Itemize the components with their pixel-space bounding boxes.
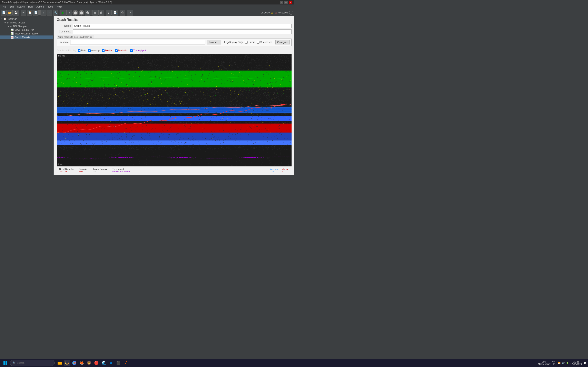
average-stat-value: 125	[270, 170, 278, 173]
median-label: Median	[105, 49, 113, 52]
sidebar-item-viewtable[interactable]: 📊 View Results in Table	[0, 32, 53, 35]
average-checkbox[interactable]	[88, 49, 91, 52]
clear-button[interactable]: 🗑	[92, 10, 98, 16]
title-bar: Thread Group.jmx (C:\apache-jmeter-5.6.3…	[0, 0, 294, 4]
clearall-button[interactable]: 🗑	[98, 10, 104, 16]
successes-checkbox[interactable]	[257, 41, 259, 44]
errors-group: Errors	[245, 41, 255, 44]
successes-label: Successes	[260, 41, 272, 44]
viewtable-label: View Results in Table	[15, 32, 38, 35]
errors-checkbox[interactable]	[245, 41, 248, 44]
expand-arrow-threadgroup: ▼	[4, 22, 6, 24]
menu-edit[interactable]: Edit	[8, 5, 16, 8]
throughput-label: Throughput	[133, 49, 146, 52]
menu-bar: File Edit Search Run Options Tools Help	[0, 4, 294, 9]
warning-count: 99	[275, 11, 277, 14]
paste-button[interactable]: 📄	[33, 10, 39, 16]
menu-tools[interactable]: Tools	[46, 5, 55, 8]
help-button[interactable]: ?	[127, 10, 133, 16]
browse-button[interactable]: Browse...	[207, 40, 221, 44]
expand-arrow-tcpsampler: ▼	[7, 25, 9, 27]
median-checkbox[interactable]	[102, 49, 104, 52]
throughput-checkbox[interactable]	[130, 49, 133, 52]
toolbar-separator-2	[39, 10, 40, 15]
y-label-max: 249 ms	[58, 54, 65, 57]
plugin-button[interactable]: 🔌	[120, 10, 125, 16]
menu-file[interactable]: File	[1, 5, 8, 8]
toolbar-separator-6	[119, 10, 119, 15]
stopnow-button[interactable]: ⬤	[79, 10, 84, 16]
expand-button[interactable]: +	[40, 10, 46, 16]
viewtree-label: View Results Tree	[15, 29, 34, 31]
deviation-check-group: Deviation	[115, 49, 129, 52]
data-label: Data	[81, 49, 86, 52]
average-stat: Average 125	[270, 168, 278, 173]
main-layout: ▼ 📋 Test Plan ▼ ⚙ Thread Group ▼ ✏ TCP S…	[0, 16, 294, 175]
name-input[interactable]	[73, 24, 292, 28]
template-button[interactable]: 📑	[112, 10, 118, 16]
graph-visualization	[57, 54, 292, 166]
throughput-stat: Throughput 53,622.13/minute	[112, 168, 130, 173]
median-stat-value: 4	[282, 170, 289, 173]
menu-run[interactable]: Run	[26, 5, 34, 8]
tcpsampler-icon: ✏	[10, 25, 12, 28]
deviation-label: Deviation	[118, 49, 129, 52]
testplan-icon: 📋	[3, 17, 6, 20]
new-button[interactable]: 📄	[1, 10, 7, 16]
deviation-checkbox[interactable]	[115, 49, 118, 52]
deviation-label: Deviation	[79, 168, 88, 170]
open-button[interactable]: 📂	[7, 10, 13, 16]
viewtable-icon: 📊	[11, 32, 14, 35]
threads-status: 0/600000	[278, 11, 288, 14]
start-button[interactable]: ▶	[60, 10, 66, 16]
menu-options[interactable]: Options	[34, 5, 46, 8]
throughput-check-group: Throughput	[130, 49, 146, 52]
close-button[interactable]: ✕	[289, 1, 292, 4]
toolbar-status: 00:00:39 ⚠ 99 0/600000 +	[261, 11, 293, 15]
debug-button[interactable]: 🔧	[53, 10, 58, 16]
menu-search[interactable]: Search	[16, 5, 26, 8]
sidebar-item-tcpsampler[interactable]: ▼ ✏ TCP Sampler	[0, 25, 53, 28]
sidebar-item-viewtree[interactable]: 📊 View Results Tree	[0, 28, 53, 32]
function-button[interactable]: ƒ	[106, 10, 112, 16]
start-nolog-button[interactable]: ▷	[66, 10, 72, 16]
samples-value: 140010	[59, 170, 74, 173]
latest-stat: Latest Sample 79	[93, 168, 107, 173]
sidebar-item-threadgroup[interactable]: ▼ ⚙ Thread Group	[0, 21, 53, 25]
cut-button[interactable]: ✂	[21, 10, 26, 16]
title-text: Thread Group.jmx (C:\apache-jmeter-5.6.3…	[2, 1, 112, 3]
maximize-button[interactable]: □	[284, 1, 288, 4]
deviation-stat: Deviation 290	[79, 168, 88, 173]
sidebar-item-graphresults[interactable]: 📈 Graph Results	[0, 35, 53, 39]
add-threads-button[interactable]: +	[289, 11, 293, 15]
menu-help[interactable]: Help	[55, 5, 63, 8]
filename-label: Filename	[59, 41, 69, 44]
panel-title: Graph Results	[57, 18, 292, 22]
median-check-group: Median	[102, 49, 113, 52]
filename-input[interactable]	[70, 40, 205, 44]
copy-button[interactable]: 📋	[27, 10, 33, 16]
graphs-display-label: Graphs to Display	[57, 49, 76, 52]
testplan-label: Test Plan	[7, 17, 17, 20]
sidebar: ▼ 📋 Test Plan ▼ ⚙ Thread Group ▼ ✏ TCP S…	[0, 16, 53, 175]
data-checkbox[interactable]	[78, 49, 80, 52]
stop-button[interactable]: ⬤	[72, 10, 78, 16]
configure-button[interactable]: Configure	[276, 40, 290, 44]
save-button[interactable]: 💾	[13, 10, 19, 16]
toolbar-separator-1	[20, 10, 20, 15]
graph-canvas: 249 ms 0 ms	[57, 54, 292, 166]
sidebar-item-testplan[interactable]: ▼ 📋 Test Plan	[0, 17, 53, 21]
file-section-body: Filename Browse... Log/Display Only: Err…	[57, 39, 292, 46]
successes-group: Successes	[257, 41, 272, 44]
graphs-display-row: Graphs to Display Data Average Median De…	[57, 49, 292, 52]
tcpsampler-label: TCP Sampler	[13, 25, 27, 28]
throughput-stat-label: Throughput	[112, 168, 130, 170]
timer-display: 00:00:39	[261, 11, 270, 14]
viewtree-icon: 📊	[11, 29, 14, 31]
collapse-button[interactable]: −	[47, 10, 52, 16]
comments-label: Comments:	[57, 30, 73, 33]
expand-arrow-testplan: ▼	[1, 18, 3, 20]
minimize-button[interactable]: ─	[280, 1, 283, 4]
comments-input[interactable]	[73, 29, 292, 34]
shutdown-button[interactable]: ⏻	[85, 10, 90, 16]
